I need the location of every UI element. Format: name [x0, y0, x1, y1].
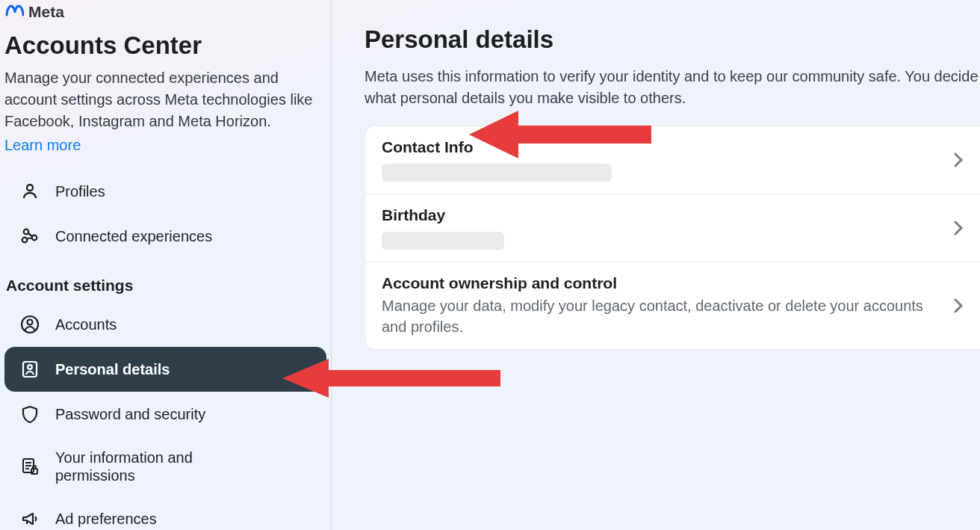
sidebar-item-password-security[interactable]: Password and security: [4, 392, 326, 437]
sidebar-item-info-permissions[interactable]: Your information and permissions: [4, 437, 326, 496]
megaphone-icon: [19, 508, 40, 529]
sidebar-item-label: Connected experiences: [55, 228, 212, 245]
row-subtitle: Manage your data, modify your legacy con…: [382, 295, 953, 337]
svg-point-3: [32, 235, 37, 241]
sidebar: Meta Accounts Center Manage your connect…: [0, 0, 332, 530]
sidebar-item-personal-details[interactable]: Personal details: [4, 347, 326, 392]
learn-more-link[interactable]: Learn more: [4, 137, 81, 153]
redacted-placeholder: [382, 232, 504, 250]
sidebar-item-ad-preferences[interactable]: Ad preferences: [4, 496, 326, 530]
sidebar-item-label: Ad preferences: [55, 511, 157, 528]
chevron-right-icon: [953, 152, 964, 168]
app-layout: Meta Accounts Center Manage your connect…: [0, 0, 980, 530]
details-panel: Contact Info Birthday Account owne: [365, 126, 980, 350]
sidebar-item-label: Accounts: [55, 316, 117, 333]
shield-icon: [19, 404, 40, 425]
sidebar-item-profiles[interactable]: Profiles: [4, 169, 326, 214]
sidebar-item-label: Password and security: [55, 406, 205, 423]
sidebar-title: Accounts Center: [4, 31, 326, 60]
row-title: Contact Info: [382, 138, 953, 156]
connected-icon: [19, 226, 40, 247]
row-account-ownership[interactable]: Account ownership and control Manage you…: [365, 262, 980, 349]
sidebar-item-label: Profiles: [55, 183, 105, 200]
sidebar-description: Manage your connected experiences and ac…: [4, 67, 319, 132]
row-birthday[interactable]: Birthday: [365, 194, 980, 262]
nav-top-group: Profiles Connected experiences: [4, 169, 326, 259]
row-main: Account ownership and control Manage you…: [382, 274, 953, 337]
brand-name: Meta: [28, 3, 64, 21]
sidebar-item-connected-experiences[interactable]: Connected experiences: [4, 214, 326, 259]
svg-point-2: [22, 238, 28, 243]
nav-settings-group: Accounts Personal details Password and s…: [4, 302, 326, 530]
content-pane: Personal details Meta uses this informat…: [332, 0, 980, 530]
sidebar-item-label: Your information and permissions: [55, 449, 193, 484]
row-main: Contact Info: [382, 138, 953, 182]
sidebar-item-label: Personal details: [55, 361, 170, 378]
redacted-placeholder: [382, 164, 612, 182]
account-settings-label: Account settings: [6, 277, 326, 295]
accounts-icon: [19, 314, 40, 335]
svg-point-7: [28, 365, 32, 369]
document-lock-icon: [19, 456, 40, 477]
row-main: Birthday: [382, 206, 953, 250]
svg-point-5: [28, 320, 33, 325]
chevron-right-icon: [953, 298, 964, 314]
content-title: Personal details: [365, 25, 980, 54]
personal-details-icon: [19, 359, 40, 380]
svg-point-0: [27, 185, 33, 191]
brand-row: Meta: [4, 1, 326, 25]
row-title: Birthday: [382, 206, 953, 224]
row-contact-info[interactable]: Contact Info: [365, 126, 980, 194]
sidebar-item-accounts[interactable]: Accounts: [4, 302, 326, 347]
meta-logo-icon: [4, 4, 24, 20]
content-description: Meta uses this information to verify you…: [365, 66, 980, 109]
chevron-right-icon: [953, 220, 964, 236]
profile-icon: [19, 181, 40, 202]
row-title: Account ownership and control: [382, 274, 953, 292]
